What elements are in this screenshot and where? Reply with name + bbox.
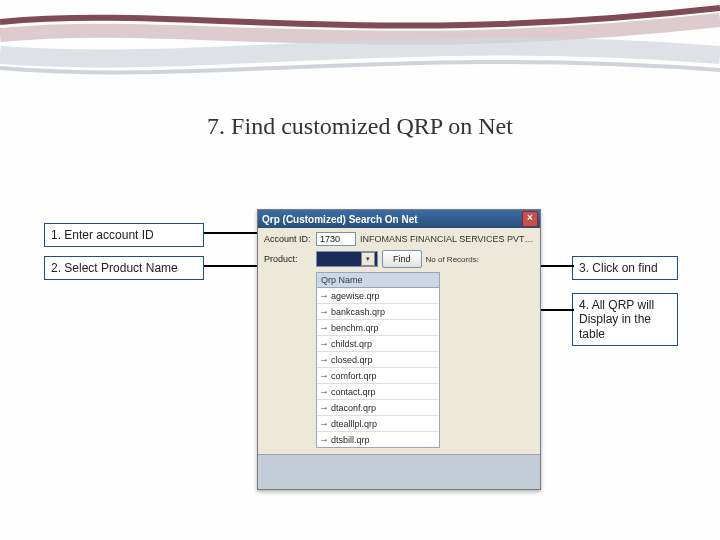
account-row: Account ID: 1730 INFOMANS FINANCIAL SERV…: [264, 232, 534, 246]
table-row[interactable]: → agewise.qrp: [317, 288, 439, 304]
callout-step-1: 1. Enter account ID: [44, 223, 204, 247]
account-label: Account ID:: [264, 234, 312, 244]
qrp-table: Qrp Name → agewise.qrp → bankcash.qrp → …: [316, 272, 440, 448]
qrp-name: dtealllpl.qrp: [331, 419, 377, 429]
window-title: Qrp (Customized) Search On Net: [262, 214, 418, 225]
arrow-right-icon: →: [319, 387, 329, 397]
window-titlebar: Qrp (Customized) Search On Net ×: [258, 210, 540, 228]
table-row[interactable]: → dtsbill.qrp: [317, 432, 439, 447]
table-header: Qrp Name: [317, 273, 439, 288]
qrp-name: childst.qrp: [331, 339, 372, 349]
account-name-display: INFOMANS FINANCIAL SERVICES PVT LTD: [360, 234, 534, 244]
product-dropdown[interactable]: ▾: [316, 251, 378, 267]
header-swoosh: [0, 0, 720, 100]
qrp-name: dtsbill.qrp: [331, 435, 370, 445]
table-row[interactable]: → contact.qrp: [317, 384, 439, 400]
page-title: 7. Find customized QRP on Net: [207, 113, 513, 140]
close-icon[interactable]: ×: [522, 211, 538, 227]
bottom-panel: [258, 454, 540, 489]
qrp-name: dtaconf.qrp: [331, 403, 376, 413]
callout-step-4: 4. All QRP will Display in the table: [572, 293, 678, 346]
table-row[interactable]: → bankcash.qrp: [317, 304, 439, 320]
qrp-name: agewise.qrp: [331, 291, 380, 301]
arrow-right-icon: →: [319, 339, 329, 349]
table-row[interactable]: → comfort.qrp: [317, 368, 439, 384]
table-row[interactable]: → dtaconf.qrp: [317, 400, 439, 416]
account-id-field[interactable]: 1730: [316, 232, 356, 246]
qrp-name: bankcash.qrp: [331, 307, 385, 317]
chevron-down-icon: ▾: [361, 252, 375, 266]
arrow-right-icon: →: [319, 371, 329, 381]
product-row: Product: ▾ Find No of Records:: [264, 250, 534, 268]
table-row[interactable]: → dtealllpl.qrp: [317, 416, 439, 432]
arrow-right-icon: →: [319, 435, 329, 445]
qrp-name: benchm.qrp: [331, 323, 379, 333]
arrow-right-icon: →: [319, 323, 329, 333]
callout-step-3: 3. Click on find: [572, 256, 678, 280]
arrow-right-icon: →: [319, 291, 329, 301]
arrow-right-icon: →: [319, 403, 329, 413]
find-button[interactable]: Find: [382, 250, 422, 268]
table-row[interactable]: → closed.qrp: [317, 352, 439, 368]
arrow-right-icon: →: [319, 419, 329, 429]
qrp-name: comfort.qrp: [331, 371, 377, 381]
table-row[interactable]: → childst.qrp: [317, 336, 439, 352]
qrp-name: closed.qrp: [331, 355, 373, 365]
arrow-right-icon: →: [319, 355, 329, 365]
table-row[interactable]: → benchm.qrp: [317, 320, 439, 336]
no-records-label: No of Records:: [426, 255, 479, 264]
product-label: Product:: [264, 254, 312, 264]
qrp-name: contact.qrp: [331, 387, 376, 397]
callout-step-2: 2. Select Product Name: [44, 256, 204, 280]
arrow-right-icon: →: [319, 307, 329, 317]
search-window: Qrp (Customized) Search On Net × Account…: [257, 209, 541, 490]
